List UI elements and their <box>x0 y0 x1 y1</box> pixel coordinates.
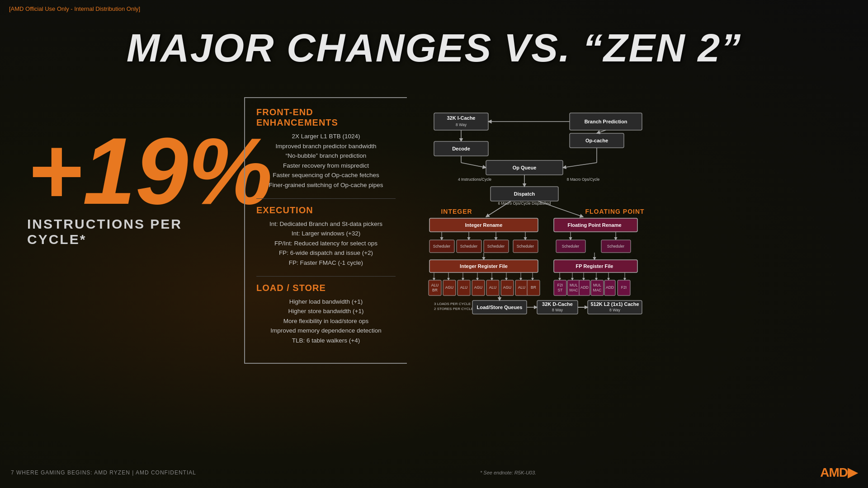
svg-text:AGU: AGU <box>474 285 482 290</box>
svg-text:Op-cache: Op-cache <box>585 138 608 143</box>
svg-text:2 STORES PER CYCLE: 2 STORES PER CYCLE <box>434 307 473 311</box>
divider-2 <box>256 276 396 277</box>
svg-text:Scheduler: Scheduler <box>460 244 477 249</box>
page-title: MAJOR CHANGES VS. “ZEN 2” <box>0 25 868 71</box>
svg-line-21 <box>538 201 583 217</box>
svg-text:8 Macro Ops/Cycle: 8 Macro Ops/Cycle <box>567 177 600 182</box>
svg-text:32K I-Cache: 32K I-Cache <box>447 115 476 121</box>
svg-text:F2I: F2I <box>557 283 563 287</box>
svg-text:Scheduler: Scheduler <box>433 244 450 249</box>
arch-diagram: 32K I-Cache 8 Way Branch Prediction Deco… <box>420 111 660 350</box>
svg-text:6 Macro Ops/Cycle Dispatched: 6 Macro Ops/Cycle Dispatched <box>498 201 551 206</box>
svg-text:Decode: Decode <box>452 146 470 151</box>
execution-items: Int: Dedicated Branch and St-data picker… <box>256 219 396 268</box>
svg-text:512K L2 (1x1) Cache: 512K L2 (1x1) Cache <box>591 301 639 307</box>
execution-title: EXECUTION <box>256 205 396 216</box>
svg-text:4 Instructions/Cycle: 4 Instructions/Cycle <box>458 177 491 182</box>
svg-text:ALU: ALU <box>431 283 439 287</box>
svg-text:Scheduler: Scheduler <box>562 244 579 249</box>
svg-text:ADD: ADD <box>606 285 614 290</box>
svg-text:ALU: ALU <box>518 285 526 290</box>
amd-logo: AMD▶ <box>820 465 857 480</box>
svg-text:Scheduler: Scheduler <box>517 244 534 249</box>
svg-text:MUL: MUL <box>593 283 601 287</box>
svg-text:MAC: MAC <box>570 288 578 292</box>
svg-text:F2I: F2I <box>621 285 627 290</box>
svg-text:AGU: AGU <box>445 285 453 290</box>
svg-line-12 <box>461 163 486 168</box>
svg-text:FP Register File: FP Register File <box>576 263 613 269</box>
top-bar-label: [AMD Official Use Only - Internal Distri… <box>9 5 140 12</box>
svg-text:Dispatch: Dispatch <box>514 191 535 197</box>
svg-text:ALU: ALU <box>489 285 497 290</box>
features-panel: FRONT-END ENHANCEMENTS 2X Larger L1 BTB … <box>244 97 407 364</box>
frontend-title: FRONT-END ENHANCEMENTS <box>256 107 396 128</box>
svg-text:32K D-Cache: 32K D-Cache <box>542 301 573 307</box>
divider-1 <box>256 198 396 199</box>
svg-text:BR: BR <box>531 285 536 290</box>
frontend-items: 2X Larger L1 BTB (1024) Improved branch … <box>256 131 396 190</box>
svg-text:ALU: ALU <box>460 285 468 290</box>
svg-text:Scheduler: Scheduler <box>487 244 505 249</box>
loadstore-items: Higher load bandwidth (+1) Higher store … <box>256 297 396 346</box>
svg-text:ADD: ADD <box>580 285 589 290</box>
svg-text:8 Way: 8 Way <box>609 308 621 312</box>
svg-text:AGU: AGU <box>503 285 511 290</box>
svg-text:8 Way: 8 Way <box>552 308 563 312</box>
svg-line-7 <box>597 130 606 133</box>
svg-text:Branch Prediction: Branch Prediction <box>585 119 627 124</box>
svg-text:Load/Store Queues: Load/Store Queues <box>477 305 523 310</box>
svg-text:BR: BR <box>432 288 438 292</box>
svg-text:3 LOADS PER CYCLE: 3 LOADS PER CYCLE <box>434 302 471 306</box>
percent-value: +19% <box>27 131 244 212</box>
left-panel: +19% INSTRUCTIONS PER CYCLE* <box>27 131 244 247</box>
svg-text:Scheduler: Scheduler <box>607 244 624 249</box>
svg-text:MAC: MAC <box>593 288 602 292</box>
svg-text:FLOATING POINT: FLOATING POINT <box>585 208 644 215</box>
svg-text:MUL: MUL <box>570 283 578 287</box>
footer: 7 WHERE GAMING BEGINS: AMD RYZEN | AMD C… <box>0 465 868 480</box>
loadstore-title: LOAD / STORE <box>256 283 396 293</box>
svg-line-14 <box>563 163 597 168</box>
svg-text:INTEGER: INTEGER <box>441 208 472 215</box>
footer-center: * See endnote: R5K-U03. <box>480 470 536 475</box>
svg-text:Op Queue: Op Queue <box>513 165 537 170</box>
svg-text:8 Way: 8 Way <box>456 122 467 127</box>
svg-text:Integer Register File: Integer Register File <box>460 263 508 269</box>
footer-left: 7 WHERE GAMING BEGINS: AMD RYZEN | AMD C… <box>11 469 196 476</box>
svg-text:ST: ST <box>558 288 563 292</box>
svg-text:Floating Point Rename: Floating Point Rename <box>567 222 621 228</box>
svg-text:Integer Rename: Integer Rename <box>465 222 503 228</box>
